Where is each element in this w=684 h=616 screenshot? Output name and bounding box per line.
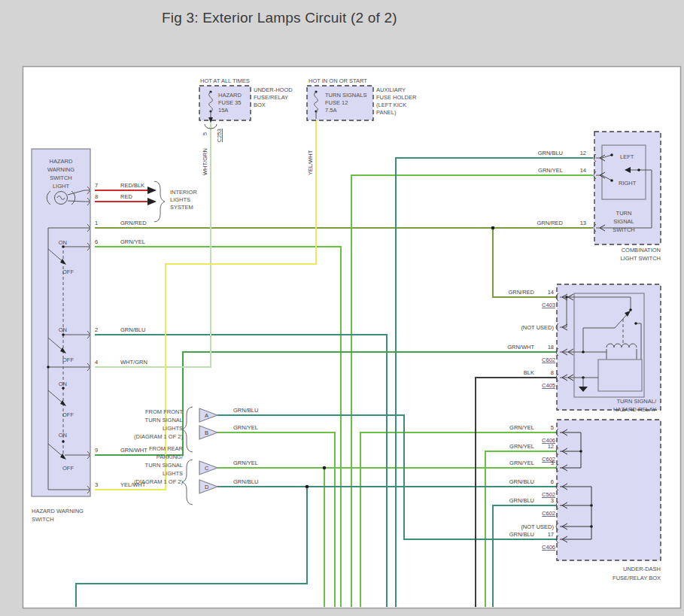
svg-text:INTERIOR: INTERIOR (170, 189, 197, 196)
svg-text:8: 8 (551, 369, 554, 376)
svg-text:ON: ON (59, 326, 67, 333)
svg-text:GRN/BLU: GRN/BLU (233, 407, 258, 414)
connector-link[interactable]: C403 (542, 302, 555, 308)
svg-text:GRN/BLU: GRN/BLU (233, 478, 258, 485)
off-label: OFF (62, 269, 74, 275)
svg-text:(DIAGRAM 1 OF 2): (DIAGRAM 1 OF 2) (134, 433, 184, 440)
svg-text:(DIAGRAM 1 OF 2): (DIAGRAM 1 OF 2) (134, 478, 184, 485)
hot-label: HOT AT ALL TIMES (200, 77, 250, 84)
svg-text:LIGHT: LIGHT (53, 183, 70, 190)
svg-text:D: D (205, 484, 209, 490)
box-label: AUXILIARY (376, 86, 406, 93)
svg-text:LIGHT SWITCH: LIGHT SWITCH (620, 255, 661, 262)
svg-text:FUSE/RELAY: FUSE/RELAY (254, 94, 288, 101)
svg-text:7: 7 (95, 182, 98, 189)
svg-text:(NOT USED): (NOT USED) (521, 523, 554, 530)
svg-text:LIGHTS: LIGHTS (170, 196, 190, 203)
connector-link[interactable]: C406 (542, 544, 555, 551)
wiring-diagram: HOT AT ALL TIMES HAZARD FUSE 35 15A UNDE… (0, 0, 684, 616)
svg-text:(NOT USED): (NOT USED) (521, 324, 554, 331)
svg-text:SWITCH: SWITCH (613, 226, 635, 233)
svg-text:PARKING/: PARKING/ (157, 454, 184, 460)
box-label: UNDER-HOOD (254, 86, 293, 93)
svg-text:WHT/GRN: WHT/GRN (120, 359, 147, 366)
svg-text:5: 5 (551, 424, 554, 431)
svg-text:GRN/YEL: GRN/YEL (509, 460, 534, 466)
svg-text:BLK: BLK (524, 369, 534, 376)
underdash-caption: UNDER-DASH (623, 566, 661, 572)
connector-link[interactable]: C405 (542, 382, 555, 389)
svg-text:ON: ON (59, 432, 67, 438)
svg-text:LIGHTS: LIGHTS (163, 425, 183, 432)
svg-text:TURN SIGNAL: TURN SIGNAL (145, 417, 183, 423)
svg-text:GRN/RED: GRN/RED (120, 220, 147, 226)
switch-title: HAZARD (50, 158, 73, 165)
connector-link[interactable]: C602 (542, 510, 555, 517)
svg-text:FUSE/RELAY BOX: FUSE/RELAY BOX (613, 575, 661, 581)
svg-text:8: 8 (95, 193, 98, 200)
svg-text:SYSTEM: SYSTEM (170, 204, 193, 211)
svg-text:GRN/YEL: GRN/YEL (538, 167, 563, 174)
svg-text:LIGHTS: LIGHTS (163, 470, 183, 477)
svg-text:HAZARD RELAY: HAZARD RELAY (613, 406, 656, 413)
svg-text:GRN/BLU: GRN/BLU (509, 531, 534, 538)
svg-text:6: 6 (551, 478, 554, 485)
svg-text:GRN/YEL: GRN/YEL (233, 424, 258, 431)
connector-link[interactable]: C253 (216, 129, 223, 142)
svg-text:FUSE 35: FUSE 35 (218, 99, 241, 106)
svg-text:6: 6 (95, 238, 98, 245)
svg-text:17: 17 (548, 531, 554, 538)
connector-link[interactable]: C602 (542, 357, 555, 363)
svg-text:GRN/BLU: GRN/BLU (509, 497, 534, 504)
wire-label: WHT/GRN (202, 148, 208, 175)
svg-text:OFF: OFF (62, 411, 74, 418)
svg-text:SWITCH: SWITCH (50, 174, 72, 181)
svg-text:GRN/YEL: GRN/YEL (509, 424, 534, 431)
svg-text:GRN/WHT: GRN/WHT (507, 344, 534, 350)
svg-text:15A: 15A (218, 107, 228, 114)
hot-label: HOT IN ON OR START (309, 77, 367, 84)
svg-text:14: 14 (548, 289, 554, 296)
svg-text:TURN: TURN (616, 210, 632, 217)
relay-caption: TURN SIGNAL/ (616, 398, 656, 405)
svg-text:1: 1 (95, 220, 98, 226)
svg-text:WARNING: WARNING (47, 166, 74, 173)
svg-text:OFF: OFF (62, 465, 74, 472)
svg-text:GRN/YEL: GRN/YEL (509, 443, 534, 450)
svg-text:FUSE HOLDER: FUSE HOLDER (376, 94, 417, 101)
wire-label: YEL/WHT (307, 150, 314, 175)
svg-text:GRN/BLU: GRN/BLU (538, 150, 563, 156)
switch-caption: HAZARD WARNING (32, 508, 84, 514)
fuse-name: TURN SIGNALS (325, 92, 366, 99)
svg-text:12: 12 (548, 443, 554, 450)
svg-text:14: 14 (580, 167, 586, 174)
svg-text:FROM REAR: FROM REAR (149, 445, 184, 452)
fuse-name: HAZARD (218, 92, 242, 99)
svg-text:GRN/YEL: GRN/YEL (120, 238, 145, 245)
on-label: ON (59, 239, 67, 246)
svg-text:7.5A: 7.5A (325, 107, 336, 114)
svg-text:C: C (205, 465, 209, 472)
svg-text:ON: ON (59, 381, 67, 387)
pin-number: 5 (202, 132, 208, 135)
svg-text:BOX: BOX (254, 102, 266, 108)
svg-text:SWITCH: SWITCH (32, 516, 54, 523)
svg-text:18: 18 (548, 344, 554, 350)
svg-text:PANEL): PANEL) (376, 109, 397, 116)
svg-text:B: B (205, 429, 208, 436)
svg-text:GRN/RED: GRN/RED (508, 289, 534, 296)
svg-text:A: A (205, 412, 208, 419)
svg-text:13: 13 (580, 220, 586, 226)
page: Fig 3: Exterior Lamps Circuit (2 of 2) (0, 0, 684, 616)
svg-text:3: 3 (551, 460, 554, 466)
svg-text:SIGNAL: SIGNAL (613, 218, 634, 225)
svg-text:3: 3 (95, 481, 98, 488)
svg-text:GRN/BLU: GRN/BLU (120, 326, 145, 333)
svg-text:9: 9 (95, 447, 98, 454)
svg-text:GRN/RED: GRN/RED (537, 220, 563, 226)
svg-text:RED: RED (120, 193, 132, 200)
svg-text:(LEFT KICK: (LEFT KICK (376, 102, 406, 108)
left-label: LEFT (620, 153, 634, 160)
svg-text:GRN/BLU: GRN/BLU (509, 478, 534, 485)
right-label: RIGHT (619, 180, 637, 187)
